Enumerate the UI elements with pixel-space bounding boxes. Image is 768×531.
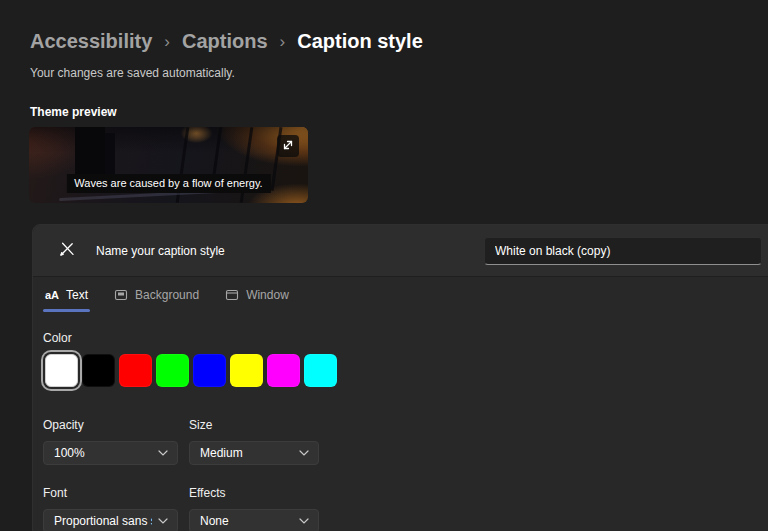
caption-style-card: Name your caption style aA Text Backgrou…	[32, 224, 768, 531]
name-caption-style-label: Name your caption style	[96, 244, 225, 258]
caption-sample-text: Waves are caused by a flow of energy.	[66, 174, 270, 193]
tab-label: Background	[135, 288, 199, 302]
breadcrumb-accessibility[interactable]: Accessibility	[30, 30, 152, 53]
swatch-yellow[interactable]	[230, 354, 263, 387]
edit-pencil-cross-icon	[57, 239, 77, 263]
color-swatch-row	[43, 354, 761, 387]
opacity-label: Opacity	[43, 418, 178, 432]
effects-value: None	[200, 514, 229, 528]
effects-label: Effects	[189, 486, 319, 500]
font-label: Font	[43, 486, 178, 500]
chevron-right-icon: ›	[164, 31, 170, 52]
autosave-note: Your changes are saved automatically.	[30, 66, 768, 80]
color-label: Color	[43, 331, 761, 345]
page-title: Caption style	[297, 30, 423, 53]
swatch-blue[interactable]	[193, 354, 226, 387]
effects-dropdown[interactable]: None	[189, 509, 319, 531]
swatch-red[interactable]	[119, 354, 152, 387]
window-icon	[225, 288, 239, 302]
expand-preview-button[interactable]	[277, 135, 299, 157]
chevron-down-icon	[158, 450, 168, 456]
chevron-down-icon	[158, 518, 168, 524]
size-value: Medium	[200, 446, 243, 460]
swatch-magenta[interactable]	[267, 354, 300, 387]
swatch-cyan[interactable]	[304, 354, 337, 387]
font-value: Proportional sans s...	[54, 514, 152, 528]
opacity-dropdown[interactable]: 100%	[43, 441, 178, 465]
chevron-down-icon	[299, 518, 309, 524]
tab-label: Window	[246, 288, 289, 302]
size-label: Size	[189, 418, 319, 432]
name-row: Name your caption style	[33, 225, 768, 276]
chevron-down-icon	[299, 450, 309, 456]
size-dropdown[interactable]: Medium	[189, 441, 319, 465]
diagonal-resize-icon	[282, 137, 294, 155]
caption-style-tabs: aA Text Background	[43, 286, 761, 312]
background-image-icon	[114, 288, 128, 302]
tab-window[interactable]: Window	[223, 286, 291, 312]
breadcrumb-captions[interactable]: Captions	[182, 30, 268, 53]
swatch-black[interactable]	[82, 354, 115, 387]
theme-preview-label: Theme preview	[30, 105, 768, 119]
swatch-white[interactable]	[45, 354, 78, 387]
swatch-green[interactable]	[156, 354, 189, 387]
preview-person-silhouette	[75, 127, 105, 177]
font-dropdown[interactable]: Proportional sans s...	[43, 509, 178, 531]
caption-style-name-input[interactable]	[484, 237, 762, 265]
tab-background[interactable]: Background	[112, 286, 201, 312]
tab-label: Text	[66, 288, 88, 302]
breadcrumb: Accessibility › Captions › Caption style	[30, 30, 768, 53]
text-aa-icon: aA	[45, 289, 59, 301]
tab-text[interactable]: aA Text	[43, 286, 90, 312]
theme-preview-image: Waves are caused by a flow of energy.	[29, 127, 308, 203]
chevron-right-icon: ›	[280, 31, 286, 52]
opacity-value: 100%	[54, 446, 85, 460]
